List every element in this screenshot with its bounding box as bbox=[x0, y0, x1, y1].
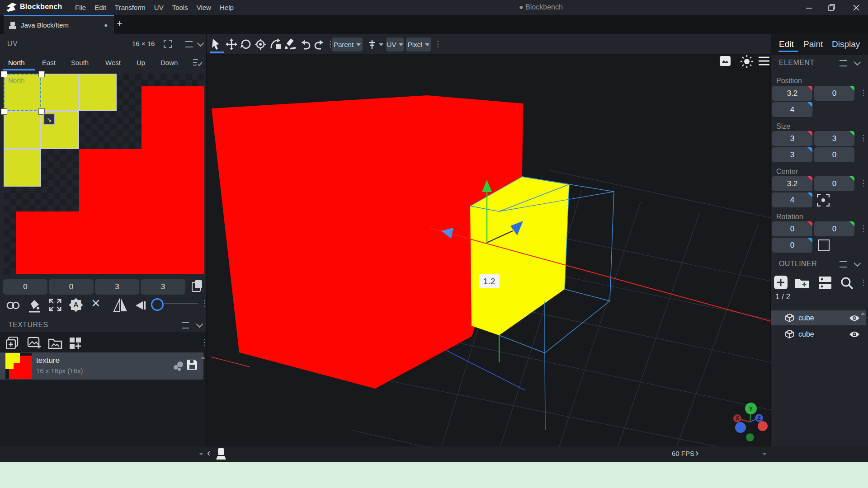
create-texture-icon[interactable] bbox=[6, 337, 19, 349]
auto-uv-icon[interactable]: A bbox=[70, 299, 82, 311]
menu-file[interactable]: File bbox=[75, 4, 86, 11]
sort-outliner-icon[interactable] bbox=[818, 276, 832, 290]
uv-editor-canvas[interactable]: North ↘ bbox=[4, 74, 204, 274]
outliner-more-icon[interactable]: ⋮ bbox=[859, 279, 867, 286]
size-inflate-input[interactable]: 0 bbox=[814, 147, 854, 162]
menu-tools[interactable]: Tools bbox=[172, 4, 188, 11]
uv-panel-menu-icon[interactable] bbox=[185, 41, 193, 47]
tab-paint[interactable]: Paint bbox=[803, 39, 823, 49]
face-tab-up[interactable]: Up bbox=[137, 59, 145, 66]
panel-collapse-right-icon[interactable] bbox=[762, 453, 767, 455]
link-uv-icon[interactable] bbox=[6, 300, 20, 311]
menu-help[interactable]: Help bbox=[220, 4, 234, 11]
prev-view-chevron[interactable]: ‹ bbox=[207, 447, 210, 459]
move-gizmo-tool-icon[interactable] bbox=[210, 38, 222, 50]
orientation-gizmo[interactable]: Y X Z bbox=[733, 403, 768, 441]
menu-uv[interactable]: UV bbox=[154, 4, 164, 11]
texture-template-icon[interactable] bbox=[69, 337, 82, 349]
uv-height-input[interactable]: 3 bbox=[141, 279, 185, 295]
menu-edit[interactable]: Edit bbox=[94, 4, 106, 11]
maximize-uv-icon[interactable] bbox=[49, 299, 61, 311]
position-y-input[interactable]: 0 bbox=[814, 86, 854, 101]
element-menu-icon[interactable] bbox=[840, 60, 847, 66]
size-z-input[interactable]: 3 bbox=[772, 147, 812, 162]
opacity-slider-thumb[interactable] bbox=[151, 298, 164, 311]
symmetry-dropdown[interactable] bbox=[367, 38, 384, 52]
size-y-input[interactable]: 3 bbox=[814, 131, 854, 146]
rotation-z-input[interactable]: 0 bbox=[772, 238, 812, 253]
outliner-item-selected[interactable]: cube bbox=[771, 310, 866, 325]
tab-display[interactable]: Display bbox=[832, 39, 860, 49]
outliner-item[interactable]: cube bbox=[771, 327, 866, 342]
tab-edit[interactable]: Edit bbox=[779, 39, 794, 49]
toolbar-more2-icon[interactable]: ⋮ bbox=[434, 40, 442, 48]
textures-panel-menu-icon[interactable] bbox=[182, 322, 189, 328]
uv-face[interactable] bbox=[41, 74, 79, 111]
rotation-y-input[interactable]: 0 bbox=[814, 221, 854, 236]
center-more-icon[interactable]: ⋮ bbox=[859, 179, 867, 187]
minimize-button[interactable] bbox=[799, 0, 819, 15]
uv-handle-bl[interactable] bbox=[1, 108, 7, 115]
scene-canvas[interactable]: 1.2 Y X Z bbox=[207, 55, 771, 446]
uv-handle-tr[interactable] bbox=[38, 71, 45, 77]
knife-tool-icon[interactable] bbox=[284, 38, 296, 50]
yellow-cube[interactable] bbox=[470, 177, 569, 335]
outliner-scroll-up-icon[interactable] bbox=[861, 312, 865, 315]
face-tab-north[interactable]: North bbox=[8, 59, 25, 66]
uv-width-input[interactable]: 3 bbox=[95, 279, 139, 295]
size-more-icon[interactable]: ⋮ bbox=[859, 134, 867, 142]
center-x-input[interactable]: 3.2 bbox=[772, 176, 812, 191]
uv-face-selected[interactable]: North bbox=[4, 74, 41, 111]
add-group-icon[interactable] bbox=[794, 277, 810, 289]
uv-handle-tl[interactable] bbox=[1, 71, 7, 77]
resize-tool-icon[interactable] bbox=[269, 38, 281, 50]
rotate-tool-icon[interactable] bbox=[240, 38, 252, 50]
outliner-menu-icon[interactable] bbox=[840, 261, 847, 267]
center-z-input[interactable]: 4 bbox=[772, 192, 812, 207]
new-tab-button[interactable]: + bbox=[117, 19, 123, 28]
redo-icon[interactable] bbox=[314, 38, 326, 50]
outliner-collapse-icon[interactable] bbox=[854, 260, 861, 267]
center-y-input[interactable]: 0 bbox=[814, 176, 854, 191]
position-x-input[interactable]: 3.2 bbox=[772, 86, 812, 101]
focus-pivot-icon[interactable] bbox=[817, 194, 830, 206]
project-tab[interactable]: Java Block/Item ● bbox=[4, 16, 114, 34]
face-tab-east[interactable]: East bbox=[42, 59, 56, 66]
add-cube-icon[interactable] bbox=[774, 276, 788, 289]
position-z-input[interactable]: 4 bbox=[772, 102, 812, 117]
menu-view[interactable]: View bbox=[197, 4, 211, 11]
mirror-horizontal-icon[interactable] bbox=[135, 300, 147, 310]
uv-x-input[interactable]: 0 bbox=[3, 279, 47, 295]
visibility-eye-icon[interactable] bbox=[849, 331, 860, 338]
face-tab-south[interactable]: South bbox=[71, 59, 89, 66]
menu-transform[interactable]: Transform bbox=[115, 4, 146, 11]
pixel-snap-dropdown[interactable]: Pixel bbox=[406, 38, 431, 52]
clear-uv-icon[interactable]: × bbox=[91, 295, 100, 310]
paint-bucket-icon[interactable] bbox=[27, 298, 41, 313]
mirror-vertical-icon[interactable] bbox=[113, 298, 127, 312]
next-view-chevron[interactable]: › bbox=[695, 447, 698, 459]
save-texture-icon[interactable] bbox=[186, 359, 198, 371]
move-tool-icon[interactable] bbox=[226, 38, 237, 50]
panel-collapse-left-icon[interactable] bbox=[199, 453, 203, 455]
element-collapse-icon[interactable] bbox=[854, 59, 861, 66]
face-tab-down[interactable]: Down bbox=[160, 59, 178, 66]
restore-button[interactable] bbox=[822, 0, 842, 15]
uv-face[interactable] bbox=[4, 149, 41, 187]
pivot-tool-icon[interactable] bbox=[255, 38, 266, 50]
scroll-up-icon[interactable] bbox=[201, 356, 205, 359]
uv-checklist-icon[interactable] bbox=[193, 58, 203, 67]
rescale-toggle-icon[interactable] bbox=[818, 239, 830, 251]
uv-fullscreen-icon[interactable] bbox=[164, 40, 172, 48]
search-outliner-icon[interactable] bbox=[840, 276, 854, 290]
uv-face[interactable] bbox=[4, 111, 41, 149]
parent-dropdown[interactable]: Parent bbox=[332, 38, 363, 52]
uv-y-input[interactable]: 0 bbox=[49, 279, 94, 295]
opacity-slider-track[interactable] bbox=[163, 303, 198, 304]
close-button[interactable] bbox=[846, 0, 866, 15]
uv-panel-collapse-icon[interactable] bbox=[197, 40, 204, 47]
textures-panel-collapse-icon[interactable] bbox=[196, 321, 203, 328]
viewport-3d[interactable]: ⋮ Parent UV Pixel ⋮ bbox=[206, 34, 771, 446]
undo-icon[interactable] bbox=[299, 38, 311, 50]
texture-folder-icon[interactable] bbox=[48, 337, 63, 349]
